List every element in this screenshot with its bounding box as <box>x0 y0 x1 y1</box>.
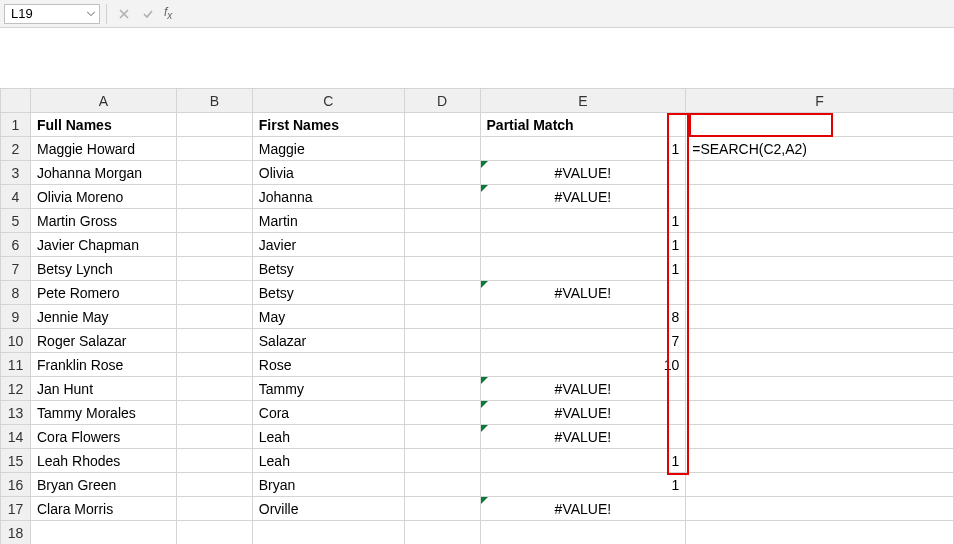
cell[interactable] <box>686 521 954 545</box>
cell[interactable] <box>686 209 954 233</box>
cell[interactable] <box>176 185 252 209</box>
cell[interactable] <box>176 305 252 329</box>
cell[interactable] <box>176 425 252 449</box>
cell[interactable] <box>686 449 954 473</box>
row-header[interactable]: 5 <box>1 209 31 233</box>
cell[interactable]: Bryan <box>252 473 404 497</box>
cell[interactable] <box>686 329 954 353</box>
name-box-dropdown[interactable] <box>83 5 99 23</box>
col-header-B[interactable]: B <box>176 89 252 113</box>
cell[interactable] <box>686 305 954 329</box>
row-header[interactable]: 18 <box>1 521 31 545</box>
cell[interactable] <box>176 521 252 545</box>
cell[interactable]: 1 <box>480 449 686 473</box>
cell[interactable]: Clara Morris <box>30 497 176 521</box>
cell[interactable]: Full Names <box>30 113 176 137</box>
cell[interactable] <box>404 425 480 449</box>
cell[interactable]: Betsy Lynch <box>30 257 176 281</box>
cell[interactable] <box>176 497 252 521</box>
cell[interactable] <box>686 161 954 185</box>
cell[interactable]: Leah <box>252 449 404 473</box>
cell[interactable] <box>176 473 252 497</box>
cell[interactable]: 1 <box>480 209 686 233</box>
cell[interactable] <box>404 305 480 329</box>
row-header[interactable]: 7 <box>1 257 31 281</box>
cell[interactable]: Jennie May <box>30 305 176 329</box>
cell[interactable]: Tammy Morales <box>30 401 176 425</box>
cell[interactable] <box>176 329 252 353</box>
cell[interactable] <box>252 521 404 545</box>
cell[interactable]: #VALUE! <box>480 281 686 305</box>
cell[interactable] <box>176 377 252 401</box>
cell[interactable]: 8 <box>480 305 686 329</box>
cell[interactable] <box>686 473 954 497</box>
cell[interactable] <box>30 521 176 545</box>
cell[interactable] <box>176 449 252 473</box>
cell[interactable] <box>404 497 480 521</box>
cell[interactable] <box>686 425 954 449</box>
row-header[interactable]: 10 <box>1 329 31 353</box>
cell[interactable]: Rose <box>252 353 404 377</box>
cell[interactable]: #VALUE! <box>480 377 686 401</box>
cancel-button[interactable] <box>112 4 136 24</box>
cell[interactable] <box>686 353 954 377</box>
cell[interactable]: Franklin Rose <box>30 353 176 377</box>
col-header-C[interactable]: C <box>252 89 404 113</box>
col-header-A[interactable]: A <box>30 89 176 113</box>
cell[interactable] <box>176 233 252 257</box>
cell[interactable] <box>176 161 252 185</box>
cell[interactable] <box>404 209 480 233</box>
cell[interactable]: Johanna Morgan <box>30 161 176 185</box>
cell[interactable] <box>686 377 954 401</box>
row-header[interactable]: 17 <box>1 497 31 521</box>
cell[interactable]: Olivia Moreno <box>30 185 176 209</box>
cell[interactable]: Cora <box>252 401 404 425</box>
cell[interactable]: Tammy <box>252 377 404 401</box>
cell[interactable]: Jan Hunt <box>30 377 176 401</box>
cell[interactable]: Leah <box>252 425 404 449</box>
row-header[interactable]: 6 <box>1 233 31 257</box>
cell[interactable]: #VALUE! <box>480 497 686 521</box>
cell[interactable]: 1 <box>480 233 686 257</box>
name-box[interactable] <box>5 5 83 23</box>
cell[interactable] <box>404 233 480 257</box>
cell[interactable]: Cora Flowers <box>30 425 176 449</box>
cell[interactable] <box>404 377 480 401</box>
spreadsheet-grid[interactable]: A B C D E F 1Full NamesFirst NamesPartia… <box>0 88 954 544</box>
cell[interactable] <box>404 449 480 473</box>
col-header-D[interactable]: D <box>404 89 480 113</box>
cell[interactable]: Betsy <box>252 257 404 281</box>
col-header-E[interactable]: E <box>480 89 686 113</box>
cell[interactable] <box>686 281 954 305</box>
cell[interactable] <box>176 401 252 425</box>
cell[interactable]: Orville <box>252 497 404 521</box>
cell[interactable] <box>176 113 252 137</box>
fx-icon[interactable]: fx <box>164 5 172 21</box>
cell[interactable]: Salazar <box>252 329 404 353</box>
cell[interactable]: #VALUE! <box>480 185 686 209</box>
cell[interactable] <box>176 257 252 281</box>
cell[interactable] <box>404 137 480 161</box>
cell[interactable] <box>686 401 954 425</box>
cell[interactable]: =SEARCH(C2,A2) <box>686 137 954 161</box>
cell[interactable] <box>404 353 480 377</box>
cell[interactable]: Bryan Green <box>30 473 176 497</box>
cell[interactable]: Olivia <box>252 161 404 185</box>
row-header[interactable]: 14 <box>1 425 31 449</box>
cell[interactable]: #VALUE! <box>480 401 686 425</box>
cell[interactable]: Betsy <box>252 281 404 305</box>
cell[interactable] <box>686 257 954 281</box>
cell[interactable] <box>404 185 480 209</box>
row-header[interactable]: 3 <box>1 161 31 185</box>
cell[interactable]: First Names <box>252 113 404 137</box>
cell[interactable]: 7 <box>480 329 686 353</box>
row-header[interactable]: 1 <box>1 113 31 137</box>
cell[interactable] <box>480 521 686 545</box>
cell[interactable] <box>404 281 480 305</box>
row-header[interactable]: 4 <box>1 185 31 209</box>
cell[interactable]: #VALUE! <box>480 161 686 185</box>
cell[interactable] <box>404 161 480 185</box>
row-header[interactable]: 12 <box>1 377 31 401</box>
row-header[interactable]: 9 <box>1 305 31 329</box>
cell[interactable] <box>404 257 480 281</box>
